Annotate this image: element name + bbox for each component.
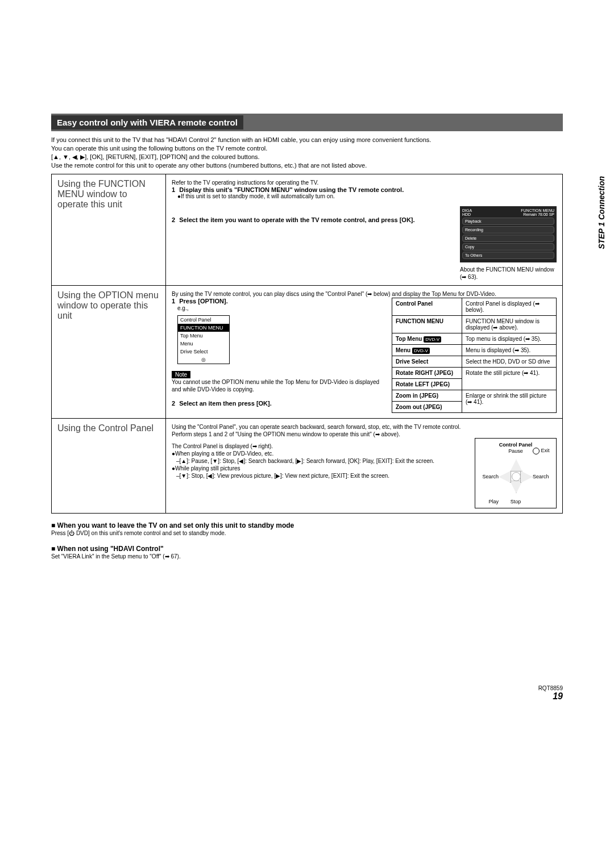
step-title: Select an item then press [OK]. <box>179 400 272 407</box>
tv-menu-item: To Others <box>462 252 554 259</box>
cell-key: Zoom out (JPEG) <box>396 404 442 410</box>
step-title: Select the item you want to operate with… <box>179 216 414 223</box>
option-ok-icon: ◎ <box>178 356 229 364</box>
step-bullet: ●If this unit is set to standby mode, it… <box>172 193 557 199</box>
table-row: Menu DVD-V Menu is displayed (➡ 35). <box>392 345 557 356</box>
side-step-label: STEP 1 Connection <box>597 176 606 249</box>
table-row: Zoom in (JPEG) Enlarge or shrink the sti… <box>392 390 557 402</box>
dvd-tag: DVD-V <box>412 348 430 354</box>
tv-remain: Remain 78:00 SP <box>523 212 554 216</box>
step-number: 1 <box>172 186 175 193</box>
section-option-menu: Using the OPTION menu window to operate … <box>51 285 563 418</box>
intro-line: Use the remote control for this unit to … <box>51 161 563 170</box>
cp-search-left: Search <box>479 474 499 479</box>
body-line: Using the "Control Panel", you can opera… <box>172 423 557 431</box>
section-function-menu: Using the FUNCTION MENU window to operat… <box>51 174 563 285</box>
step-title: Display this unit's "FUNCTION MENU" wind… <box>179 186 404 193</box>
exit-dot-icon <box>533 448 540 454</box>
step-number: 2 <box>172 216 175 223</box>
tv-menu-item: Playback <box>462 218 554 225</box>
footer-code: RQT8859 <box>51 685 563 691</box>
step-number: 2 <box>172 400 175 407</box>
option-item-selected: FUNCTION MENU <box>178 324 229 332</box>
cell-val: Top menu is displayed (➡ 35). <box>466 336 541 342</box>
cp-play: Play <box>479 499 499 504</box>
control-panel-figure: Control Panel Pause Exit Search Search P… <box>475 438 557 508</box>
option-item: Control Panel <box>178 316 229 324</box>
sub-heading: ■ When you want to leave the TV on and s… <box>51 521 563 529</box>
section-control-panel: Using the Control Panel Using the "Contr… <box>51 418 563 514</box>
tv-caption: About the FUNCTION MENU window (➡ 63). <box>460 266 557 281</box>
intro-line: If you connect this unit to the TV that … <box>51 136 563 144</box>
table-row: Control Panel Control Panel is displayed… <box>392 298 557 316</box>
sub-body: Press [⏻ DVD] on this unit's remote cont… <box>51 529 563 537</box>
intro-line: You can operate this unit using the foll… <box>51 144 563 153</box>
cell-val: Menu is displayed (➡ 35). <box>466 347 530 353</box>
cell-val: Enlarge or shrink the still picture (➡ 4… <box>466 393 546 405</box>
sub-heading: ■ When not using "HDAVI Control" <box>51 545 563 553</box>
cp-exit: Exit <box>541 448 550 454</box>
sub-body: Set "VIERA Link" in the Setup menu to "O… <box>51 553 563 560</box>
dvd-tag: DVD-V <box>424 336 441 343</box>
body-line: Perform steps 1 and 2 of "Using the OPTI… <box>172 431 557 438</box>
preline: Refer to the TV operating instructions f… <box>172 179 557 186</box>
cell-val: Rotate the still picture (➡ 41). <box>466 370 540 376</box>
option-popup: Control Panel FUNCTION MENU Top Menu Men… <box>177 315 230 364</box>
option-item: Top Menu <box>178 332 229 340</box>
tv-menu-item: Delete <box>462 235 554 242</box>
tv-hdd: HDD <box>462 212 471 216</box>
intro-line: [▲, ▼, ◀, ▶], [OK], [RETURN], [EXIT], [O… <box>51 153 563 161</box>
cell-val: Select the HDD, DVD or SD drive <box>466 358 550 365</box>
option-item: Drive Select <box>178 348 229 356</box>
cell-val: FUNCTION MENU window is displayed (➡ abo… <box>466 318 540 331</box>
step-number: 1 <box>172 298 175 304</box>
cp-stop: Stop <box>499 499 533 504</box>
cell-key: Rotate LEFT (JPEG) <box>396 381 450 387</box>
cp-title: Control Panel <box>479 442 553 448</box>
section-title: Using the FUNCTION MENU window to operat… <box>52 174 166 285</box>
note-label: Note <box>172 371 190 378</box>
intro-text: If you connect this unit to the TV that … <box>51 136 563 169</box>
cell-key: Menu <box>396 347 410 353</box>
dpad-icon <box>499 459 533 493</box>
table-row: Rotate RIGHT (JPEG) Rotate the still pic… <box>392 368 557 379</box>
cell-key: Top Menu <box>396 336 422 342</box>
section-banner-title: Easy control only with VIERA remote cont… <box>51 115 243 130</box>
cell-key: Control Panel <box>396 301 433 307</box>
cp-search-right: Search <box>533 474 553 479</box>
cell-key: Rotate RIGHT (JPEG) <box>396 370 453 376</box>
tv-menu-item: Copy <box>462 243 554 251</box>
option-item: Menu <box>178 340 229 348</box>
cell-val: Control Panel is displayed (➡ below). <box>466 301 540 313</box>
step-title: Press [OPTION]. <box>179 298 228 304</box>
tv-screenshot: DIGA FUNCTION MENU HDD Remain 78:00 SP P… <box>460 206 557 281</box>
section-title-text: Using the Control Panel <box>57 423 154 433</box>
preline: By using the TV remote control, you can … <box>172 290 557 298</box>
tv-menu-item: Recording <box>462 226 554 233</box>
table-row: Drive Select Select the HDD, DVD or SD d… <box>392 356 557 368</box>
table-row: FUNCTION MENU FUNCTION MENU window is di… <box>392 316 557 333</box>
cell-key: Zoom in (JPEG) <box>396 393 438 399</box>
tv-brand: DIGA <box>462 208 472 212</box>
cell-key: FUNCTION MENU <box>396 318 443 324</box>
table-row: Top Menu DVD-V Top menu is displayed (➡ … <box>392 333 557 345</box>
section-title: Using the Control Panel <box>52 419 166 513</box>
section-title: Using the OPTION menu window to operate … <box>52 286 166 418</box>
option-command-table: Control Panel Control Panel is displayed… <box>392 298 557 413</box>
tv-top-label: FUNCTION MENU <box>521 208 554 212</box>
cp-pause: Pause <box>499 448 533 454</box>
section-banner: Easy control only with VIERA remote cont… <box>51 114 563 131</box>
cell-key: Drive Select <box>396 358 428 365</box>
page-number: 19 <box>51 691 563 702</box>
